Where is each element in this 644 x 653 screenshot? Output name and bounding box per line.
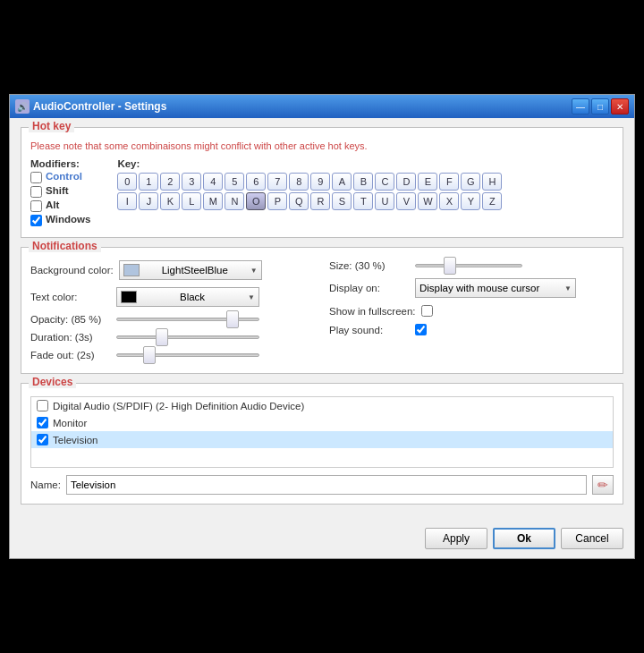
modifier-windows: Windows — [30, 214, 90, 226]
display-on-dropdown[interactable]: Display with mouse cursor ▼ — [415, 278, 576, 298]
minimize-button[interactable]: — — [572, 98, 589, 114]
text-color-row: Text color: Black ▼ — [30, 287, 315, 307]
device-2-label: Monitor — [53, 418, 87, 428]
devices-section-title: Devices — [29, 376, 76, 388]
key-M[interactable]: M — [203, 192, 223, 210]
key-buttons: 0 1 2 3 4 5 6 7 8 9 A B C — [117, 173, 511, 210]
modifier-control-checkbox[interactable] — [30, 172, 42, 183]
show-fullscreen-checkbox[interactable] — [421, 305, 433, 317]
opacity-slider-container — [116, 318, 259, 321]
hotkey-note: Please note that some combinaisons might… — [30, 140, 614, 151]
footer: Apply Ok Cancel — [10, 522, 634, 558]
key-0[interactable]: 0 — [117, 173, 137, 191]
titlebar-left: 🔊 AudioController - Settings — [15, 99, 166, 114]
text-color-dropdown[interactable]: Black ▼ — [116, 287, 259, 307]
play-sound-checkbox[interactable] — [415, 324, 427, 335]
key-E[interactable]: E — [418, 173, 437, 191]
key-K[interactable]: K — [160, 192, 180, 210]
key-P[interactable]: P — [267, 192, 287, 210]
key-H[interactable]: H — [482, 173, 502, 191]
maximize-button[interactable]: □ — [591, 98, 609, 114]
key-X[interactable]: X — [439, 192, 459, 210]
fadeout-row: Fade out: (2s) — [30, 350, 315, 360]
app-icon: 🔊 — [15, 99, 30, 114]
key-U[interactable]: U — [375, 192, 394, 210]
key-B[interactable]: B — [353, 173, 373, 191]
background-color-dropdown[interactable]: LightSteelBlue ▼ — [119, 260, 262, 280]
key-O[interactable]: O — [246, 192, 266, 210]
fadeout-slider-container — [116, 353, 259, 357]
key-7[interactable]: 7 — [267, 173, 287, 191]
titlebar: 🔊 AudioController - Settings — □ ✕ — [10, 95, 634, 118]
titlebar-controls: — □ ✕ — [572, 98, 629, 114]
key-J[interactable]: J — [139, 192, 158, 210]
key-F[interactable]: F — [439, 173, 459, 191]
hotkey-content: Please note that some combinaisons might… — [30, 140, 614, 228]
key-8[interactable]: 8 — [289, 173, 309, 191]
key-2[interactable]: 2 — [160, 173, 180, 191]
show-fullscreen-row: Show in fullscreen: — [329, 305, 614, 317]
cancel-button[interactable]: Cancel — [561, 528, 623, 549]
device-item-1[interactable]: Digital Audio (S/PDIF) (2- High Definiti… — [31, 397, 613, 414]
modifier-alt-label: Alt — [46, 199, 59, 210]
display-on-row: Display on: Display with mouse cursor ▼ — [329, 278, 614, 298]
text-color-swatch — [121, 291, 137, 303]
name-input[interactable] — [66, 475, 587, 495]
devices-list: Digital Audio (S/PDIF) (2- High Definiti… — [30, 396, 614, 468]
key-N[interactable]: N — [225, 192, 244, 210]
key-Y[interactable]: Y — [461, 192, 480, 210]
edit-button[interactable]: ✏ — [592, 475, 614, 495]
modifiers-col: Modifiers: Control Shift Alt — [30, 158, 90, 228]
key-5[interactable]: 5 — [225, 173, 244, 191]
hotkey-section: Hot key Please note that some combinaiso… — [21, 127, 623, 238]
hotkey-section-title: Hot key — [29, 120, 74, 132]
duration-slider[interactable] — [116, 335, 259, 339]
key-Q[interactable]: Q — [289, 192, 309, 210]
name-row: Name: ✏ — [30, 475, 614, 495]
device-3-checkbox[interactable] — [37, 434, 48, 445]
close-button[interactable]: ✕ — [611, 98, 629, 114]
device-item-2[interactable]: Monitor — [31, 414, 613, 431]
modifier-alt-checkbox[interactable] — [30, 200, 42, 212]
ok-button[interactable]: Ok — [493, 528, 555, 549]
key-A[interactable]: A — [332, 173, 352, 191]
key-3[interactable]: 3 — [182, 173, 201, 191]
modifiers-label: Modifiers: — [30, 158, 90, 169]
play-sound-row: Play sound: — [329, 324, 614, 335]
size-slider[interactable] — [415, 264, 522, 267]
key-S[interactable]: S — [332, 192, 352, 210]
modifier-windows-checkbox[interactable] — [30, 215, 42, 226]
opacity-slider[interactable] — [116, 318, 259, 321]
key-C[interactable]: C — [375, 173, 394, 191]
fadeout-slider[interactable] — [116, 353, 259, 357]
key-W[interactable]: W — [418, 192, 437, 210]
notifications-section: Notifications Background color: LightSte… — [21, 247, 623, 374]
device-item-3[interactable]: Television — [31, 431, 613, 448]
device-2-checkbox[interactable] — [37, 417, 48, 428]
modifier-control: Control — [30, 171, 90, 183]
size-slider-container — [415, 264, 522, 267]
key-Z[interactable]: Z — [482, 192, 502, 210]
key-4[interactable]: 4 — [203, 173, 223, 191]
notifications-section-title: Notifications — [29, 240, 101, 252]
display-on-dropdown-arrow: ▼ — [564, 284, 572, 293]
key-D[interactable]: D — [396, 173, 416, 191]
key-6[interactable]: 6 — [246, 173, 266, 191]
opacity-row: Opacity: (85 %) — [30, 314, 315, 325]
main-window: 🔊 AudioController - Settings — □ ✕ Hot k… — [9, 94, 635, 559]
text-color-value: Black — [180, 292, 205, 302]
key-1[interactable]: 1 — [139, 173, 158, 191]
modifier-alt: Alt — [30, 199, 90, 212]
key-R[interactable]: R — [310, 192, 330, 210]
device-1-checkbox[interactable] — [37, 400, 48, 411]
key-V[interactable]: V — [396, 192, 416, 210]
key-T[interactable]: T — [353, 192, 373, 210]
modifier-shift-checkbox[interactable] — [30, 186, 42, 198]
key-G[interactable]: G — [461, 173, 480, 191]
text-color-dropdown-arrow: ▼ — [248, 293, 255, 301]
apply-button[interactable]: Apply — [425, 528, 487, 549]
modifier-shift-label: Shift — [46, 185, 69, 196]
key-9[interactable]: 9 — [310, 173, 330, 191]
key-L[interactable]: L — [182, 192, 201, 210]
key-I[interactable]: I — [117, 192, 137, 210]
